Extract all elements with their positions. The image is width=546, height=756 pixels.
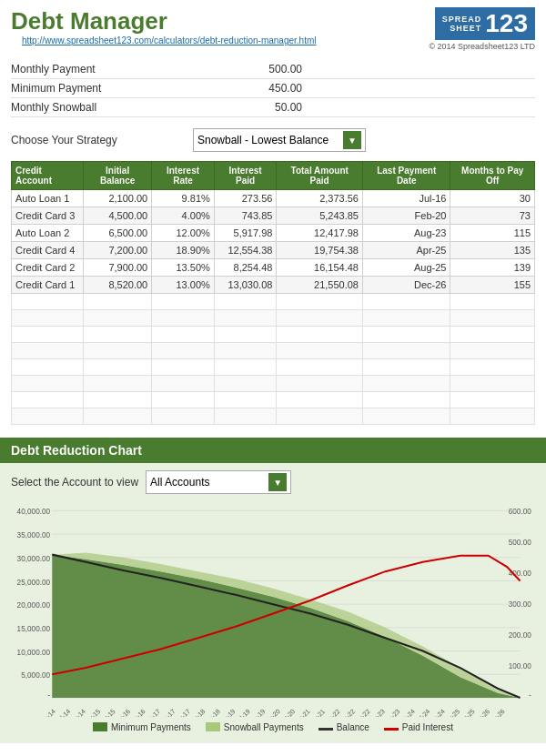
chart-legend: Minimum Payments Snowball Payments Balan…: [11, 717, 535, 736]
cell-total-amount-paid: 12,417.98: [277, 225, 363, 242]
cell-initial-balance: 7,200.00: [84, 242, 152, 259]
cell-interest-rate: 9.81%: [152, 190, 215, 207]
col-last-payment-date: Last Payment Date: [362, 162, 450, 190]
chart-container: 40,000.00 35,000.00 30,000.00 25,000.00 …: [11, 501, 535, 717]
chart-controls-label: Select the Account to view: [11, 476, 138, 489]
cell-last-payment-date: Dec-26: [362, 277, 450, 294]
cell-total-amount-paid: 21,550.08: [277, 277, 363, 294]
svg-text:Jul-14: Jul-14: [54, 707, 72, 716]
strategy-select-value: Snowball - Lowest Balance: [197, 134, 343, 146]
cell-total-amount-paid: 19,754.38: [277, 242, 363, 259]
legend-label-snowball: Snowball Payments: [224, 722, 304, 732]
summary-value-1: 450.00: [193, 82, 302, 95]
table-row: Credit Card 1 8,520.00 13.00% 13,030.08 …: [12, 277, 535, 294]
svg-text:Jul-24: Jul-24: [413, 707, 431, 716]
summary-row-1: Minimum Payment450.00: [11, 79, 535, 98]
svg-text:-: -: [47, 691, 50, 700]
table-header: Credit Account Initial Balance Interest …: [12, 162, 535, 190]
svg-text:600.00: 600.00: [509, 508, 532, 516]
svg-text:Jul-19: Jul-19: [234, 707, 252, 716]
empty-table-row: [12, 327, 535, 343]
cell-interest-rate: 13.50%: [152, 259, 215, 277]
cell-interest-rate: 4.00%: [152, 207, 215, 225]
cell-total-amount-paid: 2,373.56: [277, 190, 363, 207]
app-header: Debt Manager http://www.spreadsheet123.c…: [0, 0, 546, 55]
svg-text:40,000.00: 40,000.00: [17, 508, 51, 516]
cell-months-to-pay-off: 115: [450, 225, 535, 242]
cell-last-payment-date: Feb-20: [362, 207, 450, 225]
table-section: Credit Account Initial Balance Interest …: [0, 157, 546, 428]
chart-area: Select the Account to view All Accounts …: [0, 463, 546, 743]
chart-dropdown-arrow[interactable]: ▼: [268, 473, 287, 491]
table-row: Credit Card 4 7,200.00 18.90% 12,554.38 …: [12, 242, 535, 259]
legend-color-interest: [384, 728, 399, 731]
summary-label-1: Minimum Payment: [11, 82, 193, 95]
col-initial-balance: Initial Balance: [84, 162, 152, 190]
legend-balance: Balance: [318, 722, 369, 732]
chart-controls: Select the Account to view All Accounts …: [11, 470, 535, 494]
cell-account: Credit Card 1: [12, 277, 84, 294]
cell-last-payment-date: Jul-16: [362, 190, 450, 207]
cell-last-payment-date: Aug-23: [362, 225, 450, 242]
cell-interest-paid: 273.56: [214, 190, 277, 207]
svg-text:100.00: 100.00: [509, 662, 532, 670]
empty-table-row: [12, 408, 535, 425]
empty-table-row: [12, 310, 535, 327]
cell-months-to-pay-off: 155: [450, 277, 535, 294]
cell-initial-balance: 8,520.00: [84, 277, 152, 294]
header-link[interactable]: http://www.spreadsheet123.com/calculator…: [11, 35, 328, 51]
debt-reduction-chart-svg: 40,000.00 35,000.00 30,000.00 25,000.00 …: [11, 501, 535, 717]
app-title: Debt Manager: [11, 7, 328, 35]
cell-account: Credit Card 2: [12, 259, 84, 277]
empty-table-row: [12, 376, 535, 392]
cell-interest-rate: 13.00%: [152, 277, 215, 294]
empty-table-row: [12, 343, 535, 359]
legend-label-balance: Balance: [337, 722, 369, 732]
cell-interest-rate: 12.00%: [152, 225, 215, 242]
legend-color-balance: [318, 728, 333, 731]
strategy-row: Choose Your Strategy Snowball - Lowest B…: [0, 123, 546, 157]
chart-account-select[interactable]: All Accounts ▼: [146, 470, 291, 494]
logo-line1: SPREAD: [442, 15, 482, 24]
svg-text:35,000.00: 35,000.00: [17, 531, 51, 539]
cell-account: Credit Card 3: [12, 207, 84, 225]
cell-interest-rate: 18.90%: [152, 242, 215, 259]
chart-header: Debt Reduction Chart: [0, 438, 546, 463]
strategy-label: Choose Your Strategy: [11, 134, 193, 146]
legend-paid-interest: Paid Interest: [384, 722, 453, 732]
empty-table-row: [12, 294, 535, 310]
table-row: Credit Card 3 4,500.00 4.00% 743.85 5,24…: [12, 207, 535, 225]
cell-total-amount-paid: 5,243.85: [277, 207, 363, 225]
svg-text:25,000.00: 25,000.00: [17, 579, 51, 587]
summary-row-0: Monthly Payment500.00: [11, 60, 535, 79]
svg-text:15,000.00: 15,000.00: [17, 625, 51, 633]
legend-color-min: [93, 722, 107, 731]
summary-label-0: Monthly Payment: [11, 63, 193, 76]
col-account: Credit Account: [12, 162, 84, 190]
svg-text:Feb-14: Feb-14: [36, 707, 56, 716]
svg-text:500.00: 500.00: [509, 539, 532, 547]
cell-account: Credit Card 4: [12, 242, 84, 259]
col-total-amount-paid: Total Amount Paid: [277, 162, 363, 190]
cell-initial-balance: 6,500.00: [84, 225, 152, 242]
cell-months-to-pay-off: 135: [450, 242, 535, 259]
cell-initial-balance: 2,100.00: [84, 190, 152, 207]
summary-row-2: Monthly Snowball50.00: [11, 98, 535, 117]
cell-last-payment-date: Apr-25: [362, 242, 450, 259]
cell-months-to-pay-off: 139: [450, 259, 535, 277]
cell-interest-paid: 743.85: [214, 207, 277, 225]
chart-account-select-value: All Accounts: [150, 476, 268, 489]
strategy-dropdown-arrow[interactable]: ▼: [343, 131, 361, 149]
cell-total-amount-paid: 16,154.48: [277, 259, 363, 277]
cell-last-payment-date: Aug-25: [362, 259, 450, 277]
svg-text:5,000.00: 5,000.00: [21, 671, 50, 680]
col-interest-rate: Interest Rate: [152, 162, 215, 190]
empty-table-row: [12, 359, 535, 376]
min-payments-area: [52, 555, 520, 698]
svg-text:30,000.00: 30,000.00: [17, 555, 51, 563]
legend-color-snowball: [206, 722, 220, 731]
strategy-select[interactable]: Snowball - Lowest Balance ▼: [193, 128, 366, 152]
cell-initial-balance: 7,900.00: [84, 259, 152, 277]
col-months-to-pay-off: Months to Pay Off: [450, 162, 535, 190]
summary-section: Monthly Payment500.00Minimum Payment450.…: [0, 55, 546, 123]
